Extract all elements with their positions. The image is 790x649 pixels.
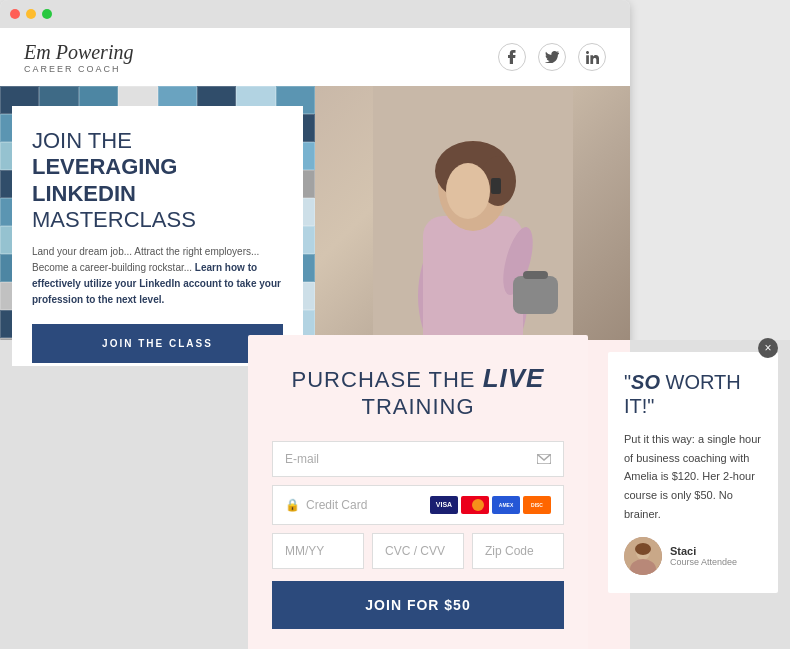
hero-illustration bbox=[373, 86, 573, 366]
twitter-icon[interactable] bbox=[538, 43, 566, 71]
author-info: Staci Course Attendee bbox=[670, 545, 737, 567]
brand: Em Powering CAREER COACH bbox=[24, 40, 133, 74]
author-role: Course Attendee bbox=[670, 557, 737, 567]
svg-point-16 bbox=[635, 543, 651, 555]
join-button[interactable]: JOIN FOR $50 bbox=[272, 581, 564, 629]
hero-card: JOIN THE LEVERAGINGLINKEDIN MASTERCLASS … bbox=[12, 106, 303, 366]
discover-icon: DISC bbox=[523, 496, 551, 514]
mm-yy-field[interactable]: MM/YY bbox=[272, 533, 364, 569]
hero-title-strong: LEVERAGINGLINKEDIN bbox=[32, 154, 177, 205]
hero-section: JOIN THE LEVERAGINGLINKEDIN MASTERCLASS … bbox=[0, 86, 630, 366]
svg-point-6 bbox=[446, 163, 490, 219]
author-avatar bbox=[624, 537, 662, 575]
cvc-placeholder: CVC / CVV bbox=[385, 544, 445, 558]
testimonial-author: Staci Course Attendee bbox=[624, 537, 762, 575]
facebook-icon[interactable] bbox=[498, 43, 526, 71]
email-icon bbox=[537, 454, 551, 464]
author-name: Staci bbox=[670, 545, 737, 557]
credit-card-field-wrapper[interactable]: 🔒 Credit Card VISA AMEX DISC bbox=[272, 485, 564, 525]
email-placeholder: E-mail bbox=[285, 452, 319, 466]
navbar: Em Powering CAREER COACH bbox=[0, 28, 630, 86]
avatar-illustration bbox=[624, 537, 662, 575]
amex-icon: AMEX bbox=[492, 496, 520, 514]
hero-title: JOIN THE LEVERAGINGLINKEDIN MASTERCLASS bbox=[32, 128, 283, 234]
modal-title: PURCHASE THE LIVETRAINING bbox=[272, 363, 564, 421]
svg-rect-7 bbox=[491, 178, 501, 194]
testimonial-title: "SO WORTH IT!" bbox=[624, 370, 762, 418]
browser-titlebar bbox=[0, 0, 630, 28]
lock-icon: 🔒 bbox=[285, 498, 300, 512]
website-content: Em Powering CAREER COACH bbox=[0, 28, 630, 366]
modal-close-button[interactable]: × bbox=[758, 338, 778, 358]
zip-field[interactable]: Zip Code bbox=[472, 533, 564, 569]
dot-maximize[interactable] bbox=[42, 9, 52, 19]
email-field-wrapper[interactable]: E-mail bbox=[272, 441, 564, 477]
hero-image bbox=[315, 86, 630, 366]
svg-point-13 bbox=[472, 499, 484, 511]
browser-window: Em Powering CAREER COACH bbox=[0, 0, 630, 366]
social-links bbox=[498, 43, 606, 71]
card-placeholder: Credit Card bbox=[306, 498, 367, 512]
mm-yy-placeholder: MM/YY bbox=[285, 544, 324, 558]
testimonial-panel: "SO WORTH IT!" Put it this way: a single… bbox=[608, 352, 778, 593]
linkedin-icon[interactable] bbox=[578, 43, 606, 71]
mastercard-icon bbox=[461, 496, 489, 514]
testimonial-body: Put it this way: a single hour of busine… bbox=[624, 430, 762, 523]
svg-rect-10 bbox=[523, 271, 548, 279]
cvc-field[interactable]: CVC / CVV bbox=[372, 533, 464, 569]
hero-right bbox=[315, 86, 630, 366]
dot-close[interactable] bbox=[10, 9, 20, 19]
card-details-row: MM/YY CVC / CVV Zip Code bbox=[272, 533, 564, 569]
dot-minimize[interactable] bbox=[26, 9, 36, 19]
brand-subtitle: CAREER COACH bbox=[24, 64, 133, 74]
hero-left: JOIN THE LEVERAGINGLINKEDIN MASTERCLASS … bbox=[0, 86, 315, 366]
card-icons: VISA AMEX DISC bbox=[430, 496, 551, 514]
purchase-modal: PURCHASE THE LIVETRAINING E-mail 🔒 Credi… bbox=[248, 335, 588, 649]
hero-cta-button[interactable]: JOIN THE CLASS bbox=[32, 324, 283, 363]
hero-body: Land your dream job... Attract the right… bbox=[32, 244, 283, 308]
brand-logo: Em Powering bbox=[24, 40, 133, 64]
svg-rect-9 bbox=[513, 276, 558, 314]
visa-icon: VISA bbox=[430, 496, 458, 514]
zip-placeholder: Zip Code bbox=[485, 544, 534, 558]
